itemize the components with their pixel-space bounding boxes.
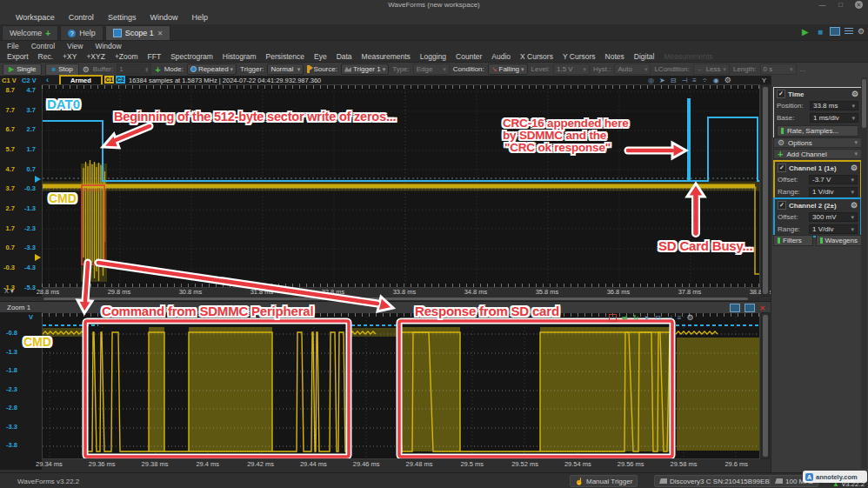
channel2-gear-icon[interactable]: ⚙ <box>851 201 858 210</box>
tab-scope-1[interactable]: Scope 1✕ <box>105 25 171 40</box>
stop-button[interactable]: ■Stop <box>45 64 78 76</box>
list-icon[interactable] <box>845 28 853 35</box>
zoom-gear-icon[interactable]: ⚙ <box>686 313 693 322</box>
hyst-select[interactable]: Auto▾ <box>614 64 651 75</box>
channel1-offset-select[interactable]: -3.7 V▾ <box>809 175 858 184</box>
more-button[interactable]: ... <box>800 65 806 73</box>
zoom-vertical-scrollbar[interactable] <box>761 312 770 459</box>
close-tab-icon[interactable]: ✕ <box>157 30 164 37</box>
c1-badge[interactable]: C1 <box>104 76 114 84</box>
rate-samples-button[interactable]: Rate, Samples... <box>777 125 858 137</box>
single-button[interactable]: ▶Single <box>3 64 42 76</box>
toolbar-item[interactable]: X Cursors <box>520 52 553 61</box>
stop-all-icon[interactable]: ■ <box>815 26 825 37</box>
buffer-stepper[interactable]: 1▲▼ <box>117 64 151 75</box>
menu-item[interactable]: Window <box>150 13 177 22</box>
run-all-icon[interactable]: ▶ <box>800 26 811 37</box>
expand-icon[interactable]: ⇄ <box>622 314 628 322</box>
y-axis-selector[interactable]: Y <box>762 77 766 84</box>
tab-welcome[interactable]: Welcome+ <box>2 25 58 40</box>
scope-menu-item[interactable]: Window <box>95 42 121 50</box>
zoom-levels-icon[interactable]: ≡ <box>678 314 682 322</box>
length-select[interactable]: 0 s▾ <box>760 64 797 75</box>
toolbar-item[interactable]: Rec. <box>38 52 53 61</box>
channel2-offset-select[interactable]: 300 mV▾ <box>809 212 858 222</box>
base-select[interactable]: 1 ms/div▾ <box>810 113 858 123</box>
cursor-icon[interactable]: ➤ <box>659 77 665 84</box>
toolbar-item[interactable]: Counter <box>456 52 482 61</box>
zoom-measure-v-icon[interactable]: ⊣ <box>666 314 672 322</box>
toolbar-item[interactable]: Histogram <box>223 52 257 61</box>
time-gear-icon[interactable]: ⚙ <box>851 90 858 98</box>
toolbar-item[interactable]: Y Cursors <box>563 52 596 61</box>
manual-trigger-button[interactable]: ☝Manual Trigger <box>570 475 638 487</box>
menu-item[interactable]: Settings <box>108 13 137 22</box>
toolbar-item[interactable]: Notes <box>605 52 624 61</box>
menu-item[interactable]: Help <box>191 13 208 22</box>
levels-icon[interactable]: ≡ <box>692 77 697 84</box>
acquisition-gear-icon[interactable]: ⚙ <box>83 65 90 74</box>
channel1-checkbox[interactable]: ✓ <box>778 164 786 172</box>
minimize-icon[interactable]: — <box>818 1 826 9</box>
toolbar-item[interactable]: Digital <box>634 52 655 61</box>
toolbar-item[interactable]: Persistence <box>266 52 304 61</box>
time-checkbox[interactable]: ✓ <box>777 90 785 98</box>
toolbar-item[interactable]: +Zoom <box>115 52 138 61</box>
add-icon[interactable]: + <box>155 64 160 75</box>
tab-help[interactable]: ?Help <box>60 25 103 40</box>
zoom-close-icon[interactable]: ✕ <box>759 304 765 312</box>
scope-menu-item[interactable]: File <box>7 42 19 50</box>
channel2-checkbox[interactable]: ✓ <box>778 201 786 210</box>
menu-item[interactable]: Workspace <box>16 13 55 22</box>
toolbar-item[interactable]: +XYZ <box>86 52 105 61</box>
toolbar-item[interactable]: Spectrogram <box>170 52 213 61</box>
back-arrow-icon[interactable]: ‹ <box>46 76 49 84</box>
level-select[interactable]: 1.5 V▾ <box>553 64 590 75</box>
zoom-measure-h-icon[interactable]: ⊟ <box>655 314 661 322</box>
device-button[interactable]: Discovery3 C SN:210415B99EB7 <box>654 475 778 487</box>
measure-h-icon[interactable]: ⊟ <box>671 77 677 84</box>
toolbar-item[interactable]: Measurements <box>362 52 411 61</box>
c2-badge[interactable]: C2 <box>116 76 125 84</box>
mode-select[interactable]: Repeated▾ <box>187 64 237 75</box>
toolbar-item[interactable]: Data <box>337 52 352 61</box>
record-icon[interactable] <box>609 314 617 322</box>
panel-scrollbar[interactable] <box>861 77 867 469</box>
plot-gear-icon[interactable]: ⚙ <box>724 76 731 84</box>
scope-menu-item[interactable]: Control <box>31 42 55 50</box>
add-channel-row[interactable]: + Add Channel▾ <box>773 149 862 159</box>
windows-icon[interactable] <box>830 27 840 36</box>
channel2-range-select[interactable]: 1 V/div▾ <box>809 224 858 234</box>
zoom-popout-icon[interactable] <box>730 304 740 312</box>
c2-zero-marker[interactable] <box>35 176 41 183</box>
toolbar-item[interactable]: Logging <box>420 52 446 61</box>
close-icon[interactable]: ✕ <box>855 1 863 9</box>
source-select[interactable]: Trigger 1▾ <box>341 64 389 75</box>
menu-item[interactable]: Control <box>69 13 94 22</box>
toolbar-item[interactable]: Audio <box>491 52 511 61</box>
toolbar-item[interactable]: Export <box>7 52 29 61</box>
condition-select[interactable]: ↘Falling▾ <box>488 64 528 75</box>
maximize-icon[interactable]: □ <box>837 1 845 9</box>
main-vertical-scrollbar[interactable] <box>761 84 770 297</box>
zoom-scope-plot[interactable] <box>42 312 760 459</box>
toolbar-item[interactable]: Eye <box>314 52 327 61</box>
channel1-range-select[interactable]: 1 V/div▾ <box>809 187 858 197</box>
dots-icon[interactable]: ⁘ <box>702 77 708 84</box>
options-row[interactable]: ⚙ Options▾ <box>773 137 862 148</box>
filters-button[interactable]: Filters <box>773 235 813 246</box>
c1-zero-marker[interactable] <box>35 254 41 261</box>
wavegens-button[interactable]: Wavegens <box>816 235 863 246</box>
toolbar-item[interactable]: +XY <box>63 52 77 61</box>
scope-menu-item[interactable]: View <box>67 42 83 50</box>
lcondition-select[interactable]: ←Less▾ <box>693 64 730 75</box>
zoom-maximize-icon[interactable] <box>744 304 755 312</box>
trigger-select[interactable]: Normal▾ <box>267 64 304 75</box>
type-select[interactable]: Edge▾ <box>413 64 450 75</box>
measure-v-icon[interactable]: ⊣ <box>681 77 687 84</box>
magnifier-icon[interactable]: ◉ <box>713 77 719 84</box>
zoom-cursor-icon[interactable]: ➤ <box>644 314 650 322</box>
position-select[interactable]: 33.8 ms▾ <box>810 101 858 110</box>
gear-icon[interactable]: ⚙ <box>858 27 865 36</box>
refresh-icon[interactable]: ↻ <box>633 314 639 322</box>
